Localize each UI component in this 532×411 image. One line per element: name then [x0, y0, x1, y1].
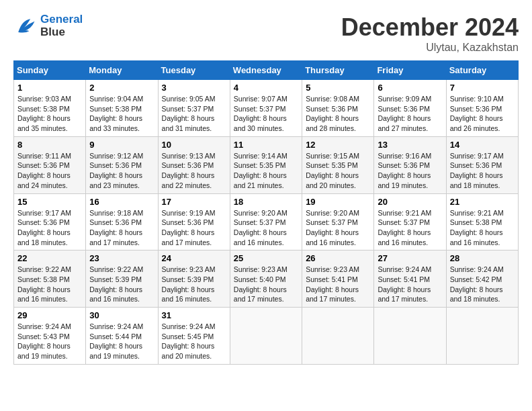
month-title: December 2024 [341, 13, 519, 42]
day-number: 5 [306, 83, 370, 93]
calendar-cell [446, 308, 518, 365]
day-number: 9 [89, 140, 154, 150]
week-row-4: 22Sunrise: 9:22 AM Sunset: 5:38 PM Dayli… [14, 250, 519, 308]
day-number: 19 [306, 197, 370, 207]
calendar-cell: 18Sunrise: 9:20 AM Sunset: 5:37 PM Dayli… [230, 193, 302, 250]
day-info: Sunrise: 9:23 AM Sunset: 5:39 PM Dayligh… [162, 265, 226, 304]
day-info: Sunrise: 9:18 AM Sunset: 5:36 PM Dayligh… [89, 208, 154, 248]
calendar-cell: 21Sunrise: 9:21 AM Sunset: 5:38 PM Dayli… [446, 193, 518, 250]
calendar-cell: 5Sunrise: 9:08 AM Sunset: 5:36 PM Daylig… [302, 80, 374, 137]
day-number: 29 [17, 310, 82, 320]
day-number: 6 [378, 83, 442, 93]
day-number: 16 [89, 197, 154, 207]
calendar-cell: 23Sunrise: 9:22 AM Sunset: 5:39 PM Dayli… [86, 250, 158, 308]
calendar-cell: 25Sunrise: 9:23 AM Sunset: 5:40 PM Dayli… [230, 250, 302, 308]
calendar-cell [374, 308, 446, 365]
calendar-cell: 11Sunrise: 9:14 AM Sunset: 5:35 PM Dayli… [230, 136, 302, 193]
calendar-cell: 2Sunrise: 9:04 AM Sunset: 5:38 PM Daylig… [86, 80, 158, 137]
day-info: Sunrise: 9:19 AM Sunset: 5:36 PM Dayligh… [162, 208, 226, 248]
day-info: Sunrise: 9:15 AM Sunset: 5:35 PM Dayligh… [306, 151, 370, 191]
day-number: 28 [450, 253, 515, 263]
dow-header-tuesday: Tuesday [158, 61, 230, 80]
dow-header-monday: Monday [86, 61, 158, 80]
calendar-cell: 13Sunrise: 9:16 AM Sunset: 5:36 PM Dayli… [374, 136, 446, 193]
calendar-cell: 28Sunrise: 9:24 AM Sunset: 5:42 PM Dayli… [446, 250, 518, 308]
day-info: Sunrise: 9:07 AM Sunset: 5:37 PM Dayligh… [234, 94, 298, 134]
day-info: Sunrise: 9:23 AM Sunset: 5:41 PM Dayligh… [306, 265, 370, 304]
day-info: Sunrise: 9:24 AM Sunset: 5:43 PM Dayligh… [17, 322, 82, 361]
day-info: Sunrise: 9:20 AM Sunset: 5:37 PM Dayligh… [234, 208, 298, 248]
day-info: Sunrise: 9:16 AM Sunset: 5:36 PM Dayligh… [378, 151, 442, 191]
calendar-cell: 15Sunrise: 9:17 AM Sunset: 5:36 PM Dayli… [14, 193, 86, 250]
day-info: Sunrise: 9:21 AM Sunset: 5:37 PM Dayligh… [378, 208, 442, 248]
location-title: Ulytau, Kazakhstan [341, 42, 519, 54]
calendar-cell: 24Sunrise: 9:23 AM Sunset: 5:39 PM Dayli… [158, 250, 230, 308]
day-info: Sunrise: 9:09 AM Sunset: 5:36 PM Dayligh… [378, 94, 442, 134]
calendar-cell: 19Sunrise: 9:20 AM Sunset: 5:37 PM Dayli… [302, 193, 374, 250]
dow-header-friday: Friday [374, 61, 446, 80]
calendar-cell: 27Sunrise: 9:24 AM Sunset: 5:41 PM Dayli… [374, 250, 446, 308]
calendar-cell: 7Sunrise: 9:10 AM Sunset: 5:36 PM Daylig… [446, 80, 518, 137]
day-number: 11 [234, 140, 298, 150]
calendar-cell: 29Sunrise: 9:24 AM Sunset: 5:43 PM Dayli… [14, 308, 86, 365]
calendar-cell: 30Sunrise: 9:24 AM Sunset: 5:44 PM Dayli… [86, 308, 158, 365]
day-info: Sunrise: 9:11 AM Sunset: 5:36 PM Dayligh… [17, 151, 82, 191]
day-info: Sunrise: 9:22 AM Sunset: 5:39 PM Dayligh… [89, 265, 154, 304]
day-info: Sunrise: 9:17 AM Sunset: 5:36 PM Dayligh… [450, 151, 515, 191]
dow-header-thursday: Thursday [302, 61, 374, 80]
day-info: Sunrise: 9:21 AM Sunset: 5:38 PM Dayligh… [450, 208, 515, 248]
day-info: Sunrise: 9:22 AM Sunset: 5:38 PM Dayligh… [17, 265, 82, 304]
day-number: 17 [162, 197, 226, 207]
day-number: 31 [162, 310, 226, 320]
calendar-cell: 31Sunrise: 9:24 AM Sunset: 5:45 PM Dayli… [158, 308, 230, 365]
day-number: 3 [162, 83, 226, 93]
day-number: 24 [162, 253, 226, 263]
day-number: 18 [234, 197, 298, 207]
day-number: 21 [450, 197, 515, 207]
day-number: 13 [378, 140, 442, 150]
calendar-cell: 12Sunrise: 9:15 AM Sunset: 5:35 PM Dayli… [302, 136, 374, 193]
day-info: Sunrise: 9:12 AM Sunset: 5:36 PM Dayligh… [89, 151, 154, 191]
calendar-cell: 26Sunrise: 9:23 AM Sunset: 5:41 PM Dayli… [302, 250, 374, 308]
day-number: 2 [89, 83, 154, 93]
calendar-cell [302, 308, 374, 365]
calendar-cell: 10Sunrise: 9:13 AM Sunset: 5:36 PM Dayli… [158, 136, 230, 193]
logo-icon [13, 14, 38, 38]
day-number: 15 [17, 197, 82, 207]
header: General Blue December 2024 Ulytau, Kazak… [13, 13, 519, 54]
calendar-cell: 4Sunrise: 9:07 AM Sunset: 5:37 PM Daylig… [230, 80, 302, 137]
week-row-2: 8Sunrise: 9:11 AM Sunset: 5:36 PM Daylig… [14, 136, 519, 193]
dow-header-saturday: Saturday [446, 61, 518, 80]
day-number: 30 [89, 310, 154, 320]
day-info: Sunrise: 9:23 AM Sunset: 5:40 PM Dayligh… [234, 265, 298, 304]
calendar-cell: 20Sunrise: 9:21 AM Sunset: 5:37 PM Dayli… [374, 193, 446, 250]
day-info: Sunrise: 9:24 AM Sunset: 5:44 PM Dayligh… [89, 322, 154, 361]
logo-text: General Blue [40, 13, 83, 38]
day-number: 25 [234, 253, 298, 263]
day-info: Sunrise: 9:24 AM Sunset: 5:45 PM Dayligh… [162, 322, 226, 361]
calendar-cell [230, 308, 302, 365]
day-number: 23 [89, 253, 154, 263]
calendar-cell: 17Sunrise: 9:19 AM Sunset: 5:36 PM Dayli… [158, 193, 230, 250]
calendar-cell: 22Sunrise: 9:22 AM Sunset: 5:38 PM Dayli… [14, 250, 86, 308]
day-number: 27 [378, 253, 442, 263]
title-area: December 2024 Ulytau, Kazakhstan [341, 13, 519, 54]
day-number: 26 [306, 253, 370, 263]
calendar-cell: 1Sunrise: 9:03 AM Sunset: 5:38 PM Daylig… [14, 80, 86, 137]
day-info: Sunrise: 9:05 AM Sunset: 5:37 PM Dayligh… [162, 94, 226, 134]
calendar-cell: 9Sunrise: 9:12 AM Sunset: 5:36 PM Daylig… [86, 136, 158, 193]
calendar-cell: 16Sunrise: 9:18 AM Sunset: 5:36 PM Dayli… [86, 193, 158, 250]
dow-header-sunday: Sunday [14, 61, 86, 80]
day-of-week-row: SundayMondayTuesdayWednesdayThursdayFrid… [14, 61, 519, 80]
day-info: Sunrise: 9:24 AM Sunset: 5:42 PM Dayligh… [450, 265, 515, 304]
day-info: Sunrise: 9:17 AM Sunset: 5:36 PM Dayligh… [17, 208, 82, 248]
calendar-body: 1Sunrise: 9:03 AM Sunset: 5:38 PM Daylig… [14, 80, 519, 365]
day-number: 1 [17, 83, 82, 93]
day-number: 12 [306, 140, 370, 150]
week-row-3: 15Sunrise: 9:17 AM Sunset: 5:36 PM Dayli… [14, 193, 519, 250]
day-number: 22 [17, 253, 82, 263]
day-number: 20 [378, 197, 442, 207]
calendar-cell: 14Sunrise: 9:17 AM Sunset: 5:36 PM Dayli… [446, 136, 518, 193]
calendar-table: SundayMondayTuesdayWednesdayThursdayFrid… [13, 60, 519, 365]
day-number: 14 [450, 140, 515, 150]
